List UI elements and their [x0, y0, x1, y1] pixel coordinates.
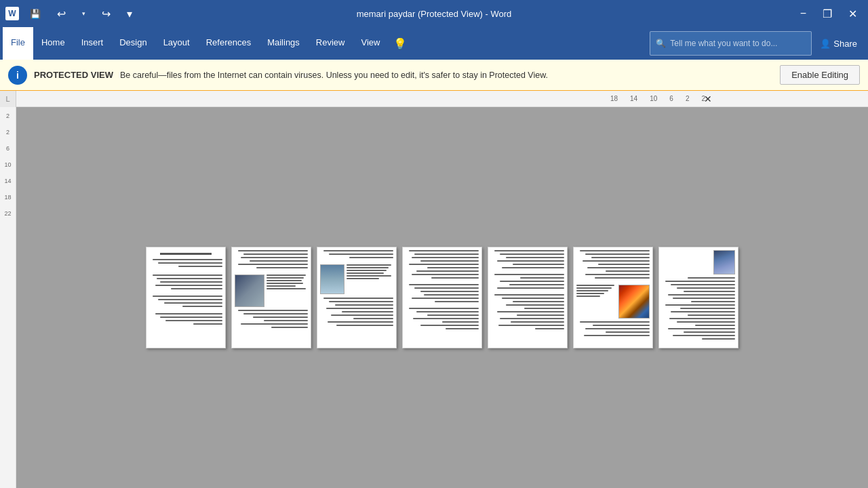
tab-file[interactable]: File	[3, 27, 33, 60]
undo-button[interactable]: ↩	[52, 6, 71, 22]
page-thumbnail-7[interactable]	[658, 247, 738, 348]
tab-design[interactable]: Design	[111, 27, 155, 60]
save-button[interactable]: 💾	[24, 7, 46, 20]
horizontal-ruler: L 18 14 10 6 2 2 ✕	[0, 91, 868, 107]
redo-button[interactable]: ↪	[96, 6, 116, 22]
title-bar: W 💾 ↩ ▾ ↪ ▾ memari paydar (Protected Vie…	[0, 0, 868, 27]
tab-mailings[interactable]: Mailings	[259, 27, 308, 60]
ribbon: File Home Insert Design Layout Reference…	[0, 27, 868, 60]
tab-review[interactable]: Review	[308, 27, 353, 60]
minimize-button[interactable]: −	[795, 6, 812, 21]
title-bar-left: W 💾 ↩ ▾ ↪ ▾	[5, 6, 138, 22]
protected-view-badge: PROTECTED VIEW	[34, 70, 113, 80]
customize-quick-access[interactable]: ▾	[121, 6, 138, 22]
document-title: memari paydar (Protected View) - Word	[357, 9, 512, 19]
maximize-button[interactable]: ❐	[817, 6, 837, 22]
window-controls: − ❐ ✕	[795, 6, 863, 22]
protected-view-bar: i PROTECTED VIEW Be careful—files from t…	[0, 60, 868, 91]
undo-dropdown[interactable]: ▾	[77, 9, 91, 18]
page-thumbnails	[146, 247, 738, 348]
ribbon-search-box: 🔍	[650, 31, 812, 56]
tab-insert[interactable]: Insert	[73, 27, 112, 60]
vertical-ruler: 2 2 6 10 14 18 22	[0, 107, 16, 488]
page-thumbnail-4[interactable]	[402, 247, 482, 348]
word-icon: W	[5, 7, 19, 20]
protected-view-icon: i	[8, 66, 27, 85]
tab-references[interactable]: References	[198, 27, 259, 60]
enable-editing-button[interactable]: Enable Editing	[780, 65, 860, 85]
page-thumbnail-6[interactable]	[573, 247, 653, 348]
share-icon: 👤	[820, 39, 831, 49]
ruler-corner: L	[0, 91, 16, 107]
content-area: 2 2 6 10 14 18 22	[0, 107, 868, 488]
share-button[interactable]: 👤 Share	[812, 27, 865, 60]
help-icon[interactable]: 💡	[388, 27, 412, 60]
page-thumbnail-2[interactable]	[231, 247, 311, 348]
page-thumbnail-5[interactable]	[488, 247, 568, 348]
ruler-numbers: 18 14 10 6 2 2 ✕	[610, 95, 732, 102]
search-input[interactable]	[670, 39, 806, 48]
protected-view-message: Be careful—files from the Internet can c…	[120, 70, 773, 80]
page-thumbnail-1[interactable]	[146, 247, 226, 348]
tab-layout[interactable]: Layout	[155, 27, 198, 60]
tab-view[interactable]: View	[353, 27, 388, 60]
close-button[interactable]: ✕	[843, 6, 863, 22]
document-area[interactable]	[16, 107, 868, 488]
search-icon: 🔍	[656, 39, 666, 48]
tab-home[interactable]: Home	[33, 27, 73, 60]
page-thumbnail-3[interactable]	[317, 247, 397, 348]
